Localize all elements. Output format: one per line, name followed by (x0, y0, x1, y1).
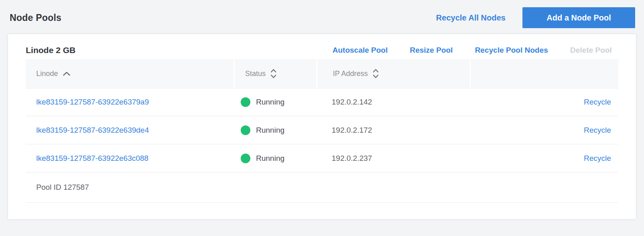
status-running-dot-icon (241, 125, 250, 135)
nodes-table: Linode Status IP Address (26, 59, 618, 203)
status-label: Running (256, 98, 285, 107)
row-actions: Recycle (470, 98, 618, 107)
status-cell: Running (233, 97, 316, 107)
table-header-row: Linode Status IP Address (26, 59, 618, 88)
pool-name: Linode 2 GB (26, 45, 76, 55)
linode-cell: lke83159-127587-63922e639de4 (26, 126, 233, 135)
node-link[interactable]: lke83159-127587-63922e63c088 (36, 154, 149, 162)
sort-ascending-icon (62, 71, 71, 76)
row-actions: Recycle (470, 154, 618, 163)
delete-pool-button: Delete Pool (570, 46, 612, 55)
table-row: lke83159-127587-63922e639de4 Running 192… (26, 116, 618, 144)
status-cell: Running (233, 125, 316, 135)
column-header-status[interactable]: Status (233, 59, 316, 88)
autoscale-pool-button[interactable]: Autoscale Pool (332, 46, 388, 55)
page-header: Node Pools Recycle All Nodes Add a Node … (10, 7, 635, 28)
page-header-actions: Recycle All Nodes Add a Node Pool (436, 7, 635, 28)
node-rows: lke83159-127587-63922e6379a9 Running 192… (26, 88, 618, 172)
recycle-all-nodes-button[interactable]: Recycle All Nodes (436, 13, 506, 23)
ip-address-value: 192.0.2.172 (316, 126, 470, 135)
recycle-pool-nodes-button[interactable]: Recycle Pool Nodes (475, 46, 548, 55)
recycle-link[interactable]: Recycle (584, 126, 611, 134)
status-label: Running (256, 154, 285, 163)
recycle-link[interactable]: Recycle (584, 98, 611, 106)
node-link[interactable]: lke83159-127587-63922e6379a9 (36, 98, 149, 106)
recycle-link[interactable]: Recycle (584, 154, 611, 162)
pool-actions: Autoscale Pool Resize Pool Recycle Pool … (332, 46, 612, 55)
status-running-dot-icon (241, 97, 250, 107)
row-actions: Recycle (470, 126, 618, 135)
ip-address-value: 192.0.2.142 (316, 98, 470, 107)
column-header-linode[interactable]: Linode (26, 59, 233, 88)
column-label: IP Address (333, 70, 368, 78)
sort-both-icon (372, 68, 379, 79)
linode-cell: lke83159-127587-63922e63c088 (26, 154, 233, 163)
node-link[interactable]: lke83159-127587-63922e639de4 (36, 126, 149, 134)
pool-id-footer: Pool ID 127587 (26, 172, 618, 203)
status-cell: Running (233, 154, 316, 163)
column-header-actions (470, 59, 618, 88)
status-running-dot-icon (241, 154, 250, 163)
column-label: Status (245, 70, 266, 78)
table-row: lke83159-127587-63922e63c088 Running 192… (26, 144, 618, 172)
node-pool-card: Linode 2 GB Autoscale Pool Resize Pool R… (8, 34, 636, 219)
ip-address-value: 192.0.2.237 (316, 154, 470, 163)
table-row: lke83159-127587-63922e6379a9 Running 192… (26, 88, 618, 116)
column-header-ip-address[interactable]: IP Address (316, 59, 470, 88)
status-label: Running (256, 126, 285, 135)
column-label: Linode (36, 70, 58, 78)
add-node-pool-button[interactable]: Add a Node Pool (522, 7, 635, 28)
pool-card-header: Linode 2 GB Autoscale Pool Resize Pool R… (26, 34, 618, 59)
sort-both-icon (270, 68, 277, 79)
page-title: Node Pools (10, 12, 62, 23)
linode-cell: lke83159-127587-63922e6379a9 (26, 98, 233, 107)
resize-pool-button[interactable]: Resize Pool (410, 46, 453, 55)
